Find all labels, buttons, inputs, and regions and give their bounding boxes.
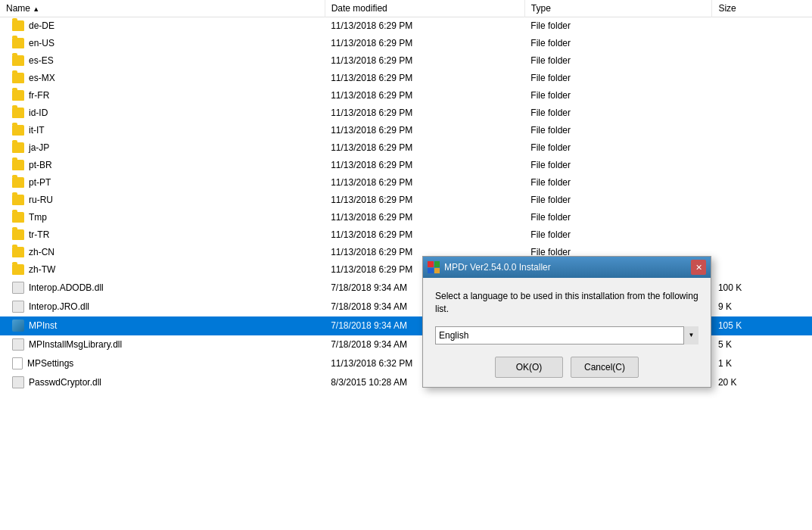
dialog-close-button[interactable]: ✕ — [691, 260, 706, 275]
cancel-button[interactable]: Cancel(C) — [571, 357, 639, 378]
language-select-wrapper: EnglishJapaneseGermanFrenchSpanish ▼ — [435, 326, 698, 344]
dialog-titlebar: MPDr Ver2.54.0.0 Installer ✕ — [423, 257, 711, 278]
dialog-buttons: OK(O) Cancel(C) — [435, 357, 698, 378]
dialog-title-left: MPDr Ver2.54.0.0 Installer — [428, 261, 551, 273]
installer-icon — [428, 261, 440, 273]
language-select[interactable]: EnglishJapaneseGermanFrenchSpanish — [435, 326, 698, 344]
dialog-select-row: EnglishJapaneseGermanFrenchSpanish ▼ — [435, 326, 698, 344]
dialog-title-text: MPDr Ver2.54.0.0 Installer — [444, 262, 551, 273]
dialog-overlay: MPDr Ver2.54.0.0 Installer ✕ Select a la… — [0, 0, 812, 530]
dialog-body: Select a language to be used in this ins… — [423, 278, 711, 387]
ok-button[interactable]: OK(O) — [495, 357, 563, 378]
dialog-message: Select a language to be used in this ins… — [435, 290, 698, 316]
installer-dialog: MPDr Ver2.54.0.0 Installer ✕ Select a la… — [422, 256, 711, 388]
